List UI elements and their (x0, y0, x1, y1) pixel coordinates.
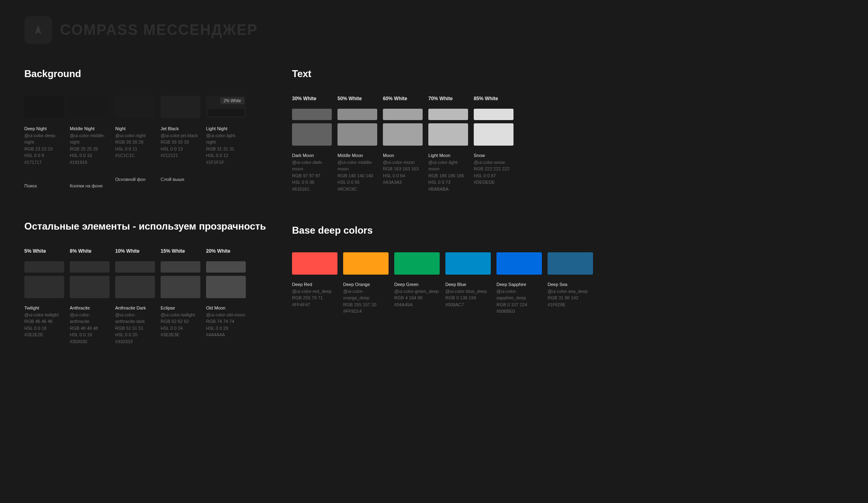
color-hex: #008AC7 (445, 301, 491, 308)
color-swatch (206, 261, 246, 273)
color-name: Deep Orange (343, 281, 389, 288)
color-rgb: RGB 23 23 23 (24, 146, 64, 153)
color-swatch (394, 252, 440, 275)
color-token: @ui-color-snow (474, 159, 513, 166)
swatch-meta: Dark Moon@ui-color-dark-moonRGB 97 97 97… (292, 152, 332, 192)
swatch-item: 85% WhiteSnow@ui-color-snowRGB 222 222 2… (474, 96, 513, 192)
color-swatch (337, 123, 377, 146)
opacity-label: 15% White (161, 248, 200, 254)
opacity-label: 20% White (206, 248, 246, 254)
opacity-label: 85% White (474, 96, 513, 101)
section-title-text: Text (292, 68, 844, 80)
deep-swatch-item: Deep Blue@ui-color-blue_deepRGB 0 138 19… (445, 252, 491, 315)
color-name: Old Moon (206, 305, 246, 312)
section-text: Text 30% WhiteDark Moon@ui-color-dark-mo… (292, 68, 844, 192)
color-swatch (70, 96, 110, 118)
swatch-meta: Deep Red@ui-color-red_deepRGB 255 79 71#… (292, 281, 337, 308)
swatch-item: 10% WhiteAnthracite Dark@ui-color-anthra… (115, 248, 155, 345)
swatch-note: Основной фон (115, 177, 155, 182)
color-name: Dark Moon (292, 152, 332, 159)
color-name: Deep Sea (548, 281, 593, 288)
swatch-meta: Deep Green@ui-color-green_deepRGB 4 164 … (394, 281, 440, 308)
swatch-pair (24, 261, 64, 298)
color-hex: #1F1F1F (206, 159, 246, 166)
color-token: @ui-color-anthracite (70, 312, 110, 325)
deep-swatch-item: Deep Orange@ui-color-orange_deepRGB 255 … (343, 252, 389, 315)
swatch-item: 8% WhiteAnthracite@ui-color-anthraciteRG… (70, 248, 110, 345)
color-token: @ui-color-blue_deep (445, 288, 491, 295)
color-swatch (474, 109, 513, 120)
color-swatch (428, 123, 468, 146)
bg-swatch-item: Deep Night@ui-color-deep-nightRGB 23 23 … (24, 96, 64, 188)
brand-logo-icon (24, 16, 52, 44)
brand-title: COMPASS МЕССЕНДЖЕР (60, 21, 258, 39)
deep-swatch-item: Deep Sapphire@ui-color-sapphire_deepRGB … (496, 252, 542, 315)
color-hsl: HSL 0 0 38 (292, 179, 332, 186)
color-token: @ui-color-moon (383, 159, 423, 166)
swatch-item: 60% WhiteMoon@ui-color-moonRGB 163 163 1… (383, 96, 423, 192)
swatch-meta: Deep Blue@ui-color-blue_deepRGB 0 138 19… (445, 281, 491, 308)
swatch-pair (161, 261, 200, 298)
color-swatch (161, 276, 200, 298)
color-swatch (548, 252, 593, 275)
color-hex: #4A4A4A (206, 331, 246, 338)
swatch-pair (292, 109, 332, 146)
color-swatch (292, 252, 337, 275)
color-token: @ui-color-green_deep (394, 288, 440, 295)
color-token: @ui-color-middle-night (70, 132, 110, 146)
swatch-pair (206, 261, 246, 298)
color-rgb: RGB 4 164 90 (394, 294, 440, 301)
color-hex: #191919 (70, 159, 110, 166)
section-title-deep: Base deep colors (292, 225, 844, 236)
swatch-item: 50% WhiteMiddle Moon@ui-color-middle-moo… (337, 96, 377, 192)
color-name: Snow (474, 152, 513, 159)
swatch-meta: Deep Sea@ui-color-sea_deepRGB 31 98 142#… (548, 281, 593, 308)
color-rgb: RGB 255 157 20 (343, 301, 389, 308)
color-rgb: RGB 0 107 224 (496, 301, 542, 308)
color-rgb: RGB 48 48 48 (70, 325, 110, 332)
color-hsl: HSL 0 0 11 (115, 146, 155, 153)
color-hsl: HSL 0 0 13 (161, 146, 200, 153)
color-name: Jet Black (161, 125, 200, 132)
color-swatch (496, 252, 542, 275)
opacity-badge: 2% White (220, 97, 244, 104)
color-hex: #04A45A (394, 301, 440, 308)
color-rgb: RGB 97 97 97 (292, 172, 332, 179)
bg-swatch-item: 2% WhiteLight Night@ui-color-light-night… (206, 96, 246, 188)
color-swatch (161, 261, 200, 273)
color-name: Light Night (206, 125, 246, 132)
color-swatch (115, 261, 155, 273)
section-other: Остальные элементы - используем прозрачн… (24, 221, 276, 345)
color-rgb: RGB 0 138 199 (445, 294, 491, 301)
swatch-pair (428, 109, 468, 146)
color-token: @ui-color-light-moon (428, 159, 468, 172)
section-title-background: Background (24, 68, 276, 80)
color-swatch (428, 109, 468, 120)
color-token: @ui-color-twilight (161, 312, 200, 318)
color-name: Middle Moon (337, 152, 377, 159)
color-hsl: HSL 0 0 20 (115, 331, 155, 338)
color-name: Night (115, 125, 155, 132)
color-swatch (115, 96, 155, 118)
color-name: Middle Night (70, 125, 110, 132)
color-rgb: RGB 140 140 140 (337, 172, 377, 179)
swatch-meta: Moon@ui-color-moonRGB 163 163 163HSL 0 0… (383, 152, 423, 186)
deep-swatch-item: Deep Red@ui-color-red_deepRGB 255 79 71#… (292, 252, 337, 315)
color-name: Deep Blue (445, 281, 491, 288)
color-name: Anthracite (70, 305, 110, 312)
swatch-note: Слой выше (161, 177, 200, 182)
swatch-meta: Jet Black@ui-color-jet-blackRGB 33 33 33… (161, 125, 200, 159)
swatch-note: Поиск (24, 183, 64, 188)
swatch-item: 70% WhiteLight Moon@ui-color-light-moonR… (428, 96, 468, 192)
color-name: Deep Red (292, 281, 337, 288)
section-background: Background Deep Night@ui-color-deep-nigh… (24, 68, 276, 188)
color-hsl: HSL 0 0 64 (383, 172, 423, 179)
color-token: @ui-color-sea_deep (548, 288, 593, 295)
color-token: @ui-color-middle-moon (337, 159, 377, 172)
color-swatch (474, 123, 513, 146)
color-hex: #171717 (24, 159, 64, 166)
color-rgb: RGB 46 46 46 (24, 318, 64, 325)
color-token: @ui-color-deep-night (24, 132, 64, 146)
color-hex: #212121 (161, 152, 200, 159)
color-token: @ui-color-orange_deep (343, 288, 389, 301)
